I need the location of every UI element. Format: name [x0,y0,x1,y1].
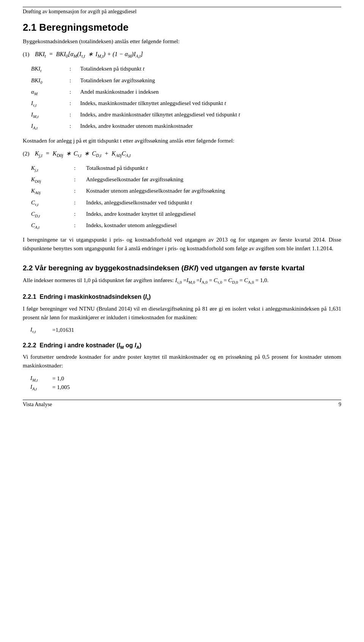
section1-intro: Byggekostnadsindeksen (totalindeksen) an… [23,37,341,46]
def-symbol: BKIt [31,64,69,74]
section2-heading: 2.2 Vår beregning av byggekostnadsindeks… [23,264,341,272]
formula1-label: (1) [23,50,35,58]
formula2-container: (2) Kj,t = KD0j ∗ Cτ,t ∗ CD,t + KA0jCA,t [23,150,341,158]
def-colon: : [69,64,79,74]
def-colon: : [74,186,85,196]
def-text: Indeks, andre maskinkostnader tilknyttet… [80,110,348,120]
def-colon: : [74,163,85,174]
def-symbol: IA,t [31,121,69,132]
formula1: BKIt = BKI0[αM(Iτ,t ∗ IM,t) + (1 − αM)IA… [35,50,143,58]
def-symbol: Cτ,t [31,198,73,208]
formula2-label: (2) [23,150,35,157]
def-symbol: CD,t [31,209,73,220]
value-row-imt: IM,t = 1,0 [30,375,341,382]
definitions2-table: Kj,t : Totalkostnad på tidspunkt t KD0j … [30,162,349,232]
def-row: Iτ,t : Indeks, maskinkostnader tilknytte… [31,98,348,109]
def-row: αM : Andel maskinkostnader i indeksen [31,87,348,97]
def-symbol: KD0j [31,174,73,185]
subsection1-text: I følge beregninger ved NTNU (Bruland 20… [23,305,341,322]
value-symbol-iat: IA,t [30,384,49,391]
page-footer: Vista Analyse 9 [23,400,341,408]
kostnaden-text: Kostnaden for anlegg j på et gitt tidspu… [23,137,341,145]
def-text: Indeks, kostnader utenom anleggsdiesel [86,220,348,231]
subsection2-text: Vi forutsetter uendrede kostnader for an… [23,353,341,370]
def-row: IM,t : Indeks, andre maskinkostnader til… [31,110,348,120]
value-eq-iat: = 1,005 [52,384,70,391]
def-row: CA,t : Indeks, kostnader utenom anleggsd… [31,220,348,231]
value-eq-imt: = 1,0 [52,375,64,382]
value-eq-itau: =1,01631 [52,327,74,333]
footer-left: Vista Analyse [23,402,52,408]
def-symbol: KA0j [31,186,73,196]
def-row: KD0j : Anleggsdieselkostnader før avgift… [31,174,348,185]
page-header: Drøfting av kompensasjon for avgift på a… [23,7,341,15]
def-text: Indeks, maskinkostnader tilknyttet anleg… [80,98,348,109]
header-title: Drøfting av kompensasjon for avgift på a… [23,9,136,14]
def-colon: : [69,121,79,132]
def-symbol: IM,t [31,110,69,120]
def-symbol: αM [31,87,69,97]
def-colon: : [69,87,79,97]
def-symbol: Iτ,t [31,98,69,109]
definitions1-table: BKIt : Totalindeksen på tidspunkt t BKI0… [30,63,349,132]
def-row: BKIt : Totalindeksen på tidspunkt t [31,64,348,74]
value-row-itau: Iτ,t =1,01631 [30,326,341,334]
def-text: Anleggsdieselkostnader før avgiftssøknin… [86,174,348,185]
def-row: BKI0 : Totalindeksen før avgiftssøkning [31,75,348,86]
def-text: Indeks, andre kostnader utenom maskinkos… [80,121,348,132]
def-text: Kostnader utenom anleggsdieselkostnader … [86,186,348,196]
def-symbol: BKI0 [31,75,69,86]
def-row: KA0j : Kostnader utenom anleggsdieselkos… [31,186,348,196]
def-symbol: Kj,t [31,163,73,174]
value-row-iat: IA,t = 1,005 [30,384,341,391]
value-symbol-itau: Iτ,t [30,326,49,334]
def-text: Totalindeksen før avgiftssøkning [80,75,348,86]
def-text: Andel maskinkostnader i indeksen [80,87,348,97]
def-colon: : [69,110,79,120]
value-symbol-imt: IM,t [30,375,49,382]
def-row: IA,t : Indeks, andre kostnader utenom ma… [31,121,348,132]
def-colon: : [69,98,79,109]
subsection2-heading: 2.2.2 Endring i andre kostnader (IM og I… [23,342,341,350]
def-text: Totalindeksen på tidspunkt t [80,64,348,74]
section1-heading: 2.1 Beregningsmetode [23,22,341,33]
section2-intro: Alle indekser normeres til 1,0 på tidspu… [23,276,341,286]
def-colon: : [74,209,85,220]
def-row: Cτ,t : Indeks, anleggsdieselkostnader ve… [31,198,348,208]
def-colon: : [69,75,79,86]
subsection1-heading: 2.2.1 Endring i maskinkostnadsindeksen (… [23,294,341,301]
def-colon: : [74,220,85,231]
def-text: Indeks, andre kostnader knyttet til anle… [86,209,348,220]
formula1-container: (1) BKIt = BKI0[αM(Iτ,t ∗ IM,t) + (1 − α… [23,50,341,58]
def-symbol: CA,t [31,220,73,231]
def-row: Kj,t : Totalkostnad på tidspunkt t [31,163,348,174]
footer-right: 9 [339,402,341,408]
def-text: Totalkostnad på tidspunkt t [86,163,348,174]
def-colon: : [74,174,85,185]
def-colon: : [74,198,85,208]
def-text: Indeks, anleggsdieselkostnader ved tidsp… [86,198,348,208]
section1-paragraph1: I beregningene tar vi utgangspunkt i pri… [23,235,341,253]
def-row: CD,t : Indeks, andre kostnader knyttet t… [31,209,348,220]
page: Drøfting av kompensasjon for avgift på a… [0,0,364,418]
formula2: Kj,t = KD0j ∗ Cτ,t ∗ CD,t + KA0jCA,t [35,150,131,158]
